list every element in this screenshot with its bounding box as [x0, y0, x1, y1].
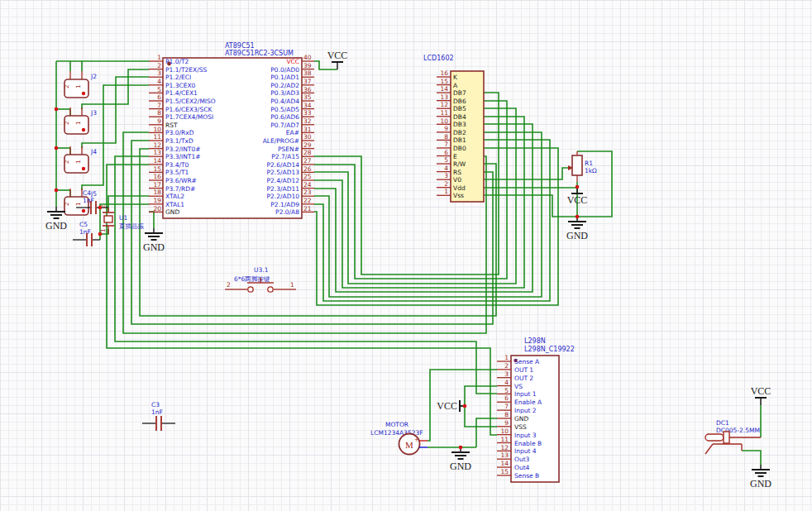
- pin-name: Out4: [514, 464, 530, 471]
- wire[interactable]: [314, 124, 533, 292]
- pin-number: 33: [303, 109, 312, 117]
- pin-number: 11: [440, 109, 448, 117]
- pin-name: P0.5/AD5: [270, 106, 299, 113]
- pin-name: RS: [453, 169, 461, 176]
- pin-number: 10: [440, 117, 448, 125]
- at89c51-ic[interactable]: AT89C51 AT89C51RC2-3CSUM 1P1.0/T22P1.1/T…: [149, 42, 314, 218]
- u1-pin1-number: 1: [100, 229, 107, 232]
- pin-number: 2: [444, 180, 448, 188]
- gnd-symbol: GND: [566, 217, 588, 241]
- button-pin2-number: 2: [64, 85, 70, 88]
- pin-name: DB6: [453, 98, 466, 105]
- pin1-marker: [82, 92, 85, 95]
- button-ref: J2: [90, 73, 97, 80]
- pin-name: EA#: [286, 129, 299, 136]
- pin-number: 13: [500, 451, 509, 459]
- dc1-power-jack[interactable]: DC1 DC005-2.5MM: [705, 419, 761, 454]
- button-j4[interactable]: 21J4: [64, 146, 97, 173]
- lcd1602-header[interactable]: LCD1602 16K15A14DB713DB612DB511DB410DB39…: [423, 55, 484, 202]
- u31-pushbutton[interactable]: U3.1 6*6两脚按键 2 1: [225, 266, 296, 292]
- pin-name: Sense A: [514, 358, 540, 365]
- pin-name: P1.2/ECI: [165, 74, 191, 81]
- pin-name: XTAL2: [165, 193, 184, 200]
- pin-name: A: [453, 82, 458, 89]
- pin-name: VSS: [514, 423, 527, 431]
- pin-name: Sense B: [514, 472, 539, 480]
- pin-name: P0.7/AD7: [270, 122, 299, 129]
- gnd-symbol: GND: [450, 447, 471, 472]
- pin-number: 3: [504, 370, 509, 378]
- pin-name: P3.7/RD#: [165, 185, 195, 193]
- pin-number: 1: [157, 54, 161, 61]
- pin-number: 14: [500, 460, 509, 467]
- r1-value: 1kΩ: [585, 167, 597, 174]
- l298n-ic[interactable]: L298N L298N_C19922 1Sense A2OUT 13OUT 24…: [497, 337, 575, 482]
- pin-name: P0.2/AD2: [270, 82, 299, 89]
- pin-number: 5: [157, 86, 161, 93]
- pin-name: Vss: [453, 192, 464, 199]
- pin-name: Enable A: [514, 399, 542, 406]
- pin-name: Input 4: [514, 447, 537, 455]
- vcc-label: VCC: [437, 400, 457, 412]
- c5-value: 1nF: [79, 228, 91, 236]
- vcc-symbol: VCC: [751, 385, 771, 405]
- pin-number: 8: [444, 133, 448, 141]
- pin-name: VCC: [286, 58, 299, 65]
- wire[interactable]: [149, 212, 154, 228]
- button-j2[interactable]: 21J2: [64, 71, 97, 98]
- wire[interactable]: [465, 386, 497, 427]
- pin-name: P0.6/AD6: [270, 113, 299, 121]
- pin-number: 14: [440, 85, 448, 93]
- pin-number: 2: [504, 362, 509, 370]
- schematic-canvas[interactable]: AT89C51 AT89C51RC2-3CSUM 1P1.0/T22P1.1/T…: [0, 0, 812, 511]
- at89c51-title: AT89C51: [225, 42, 255, 50]
- pin-number: 37: [303, 78, 312, 85]
- pin-name: VS: [514, 383, 523, 390]
- u31-value: 6*6两脚按键: [234, 275, 270, 283]
- u1-ref: U1: [119, 214, 127, 222]
- pin-name: P3.1/TxD: [165, 137, 193, 145]
- pin-name: P0.3/AD3: [270, 89, 299, 97]
- motor-plus: +: [414, 437, 419, 443]
- wire-layer[interactable]: [56, 61, 761, 465]
- pin-name: PSEN#: [278, 146, 299, 153]
- pin-name: P2.4/AD12: [267, 177, 300, 184]
- pin-number: 12: [153, 141, 161, 149]
- pin-number: 18: [153, 189, 161, 196]
- motor[interactable]: MOTOR LCM1234A3523F M +: [370, 421, 427, 455]
- pin-number: 10: [153, 126, 161, 133]
- pin-name: Vdd: [453, 184, 466, 192]
- junction-dot: [576, 215, 580, 219]
- r1-potentiometer[interactable]: R1 1kΩ: [568, 151, 597, 182]
- button-pin1-number: 1: [75, 160, 82, 164]
- pin-number: 9: [157, 117, 161, 125]
- pin-name: P2.2/AD10: [267, 193, 300, 200]
- pin-name: GND: [514, 415, 528, 423]
- wire[interactable]: [476, 418, 497, 447]
- gnd-symbol: GND: [143, 228, 165, 253]
- pin-name: ALE/PROG#: [263, 137, 299, 145]
- gnd-symbol: GND: [750, 465, 771, 490]
- pin-name: P1.3CEX0: [165, 82, 196, 89]
- pin-number: 29: [303, 141, 312, 149]
- pin-number: 16: [153, 173, 161, 180]
- c3-capacitor[interactable]: C3 1nF: [142, 401, 175, 431]
- pin-name: P2.0/A8: [275, 208, 299, 216]
- c4-value: 1nF: [83, 197, 94, 204]
- pin-number: 16: [440, 69, 448, 77]
- l298n-subtitle: L298N_C19922: [524, 346, 575, 353]
- wire[interactable]: [484, 195, 577, 217]
- vcc-label: VCC: [327, 50, 348, 61]
- r1-ref: R1: [585, 160, 593, 167]
- button-j3[interactable]: 21J3: [64, 107, 97, 134]
- vcc-label: VCC: [751, 385, 771, 397]
- gnd-label: GND: [750, 478, 771, 490]
- pin-number: 40: [303, 54, 312, 61]
- pin-number: 15: [500, 468, 509, 475]
- c5-capacitor[interactable]: C5 1nF: [73, 221, 100, 246]
- button-pin2-number: 2: [64, 203, 70, 206]
- wire[interactable]: [314, 148, 558, 305]
- wire[interactable]: [742, 451, 761, 465]
- pin-number: 5: [444, 156, 448, 164]
- gnd-label: GND: [566, 230, 588, 241]
